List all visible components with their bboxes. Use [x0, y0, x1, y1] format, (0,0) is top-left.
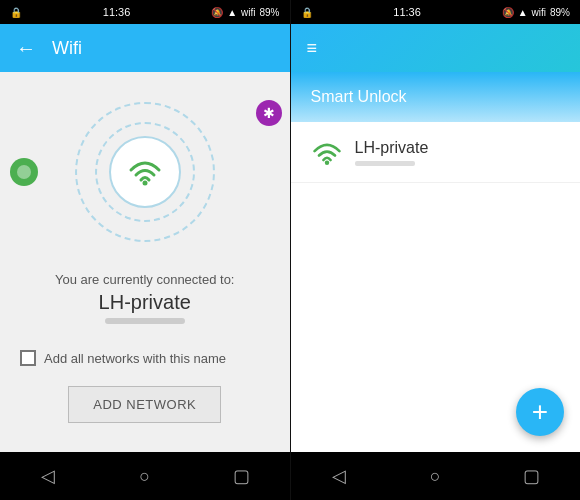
app-title: Wifi	[52, 38, 82, 59]
status-bar-right-left-icons: 🔒	[301, 7, 313, 18]
wifi-illustration: ✱	[0, 82, 290, 262]
signal-icon-right: ▲	[518, 7, 528, 18]
smart-unlock-title: Smart Unlock	[311, 88, 407, 106]
back-nav-right[interactable]: ◁	[309, 465, 369, 487]
fab-button[interactable]: +	[516, 388, 564, 436]
wifi-icon-right: wifi	[532, 7, 546, 18]
time-left: 11:36	[103, 6, 131, 18]
svg-point-1	[324, 160, 328, 164]
network-item[interactable]: LH-private	[291, 122, 581, 183]
status-bar-left: 🔒 11:36 🔕 ▲ wifi 89%	[0, 0, 290, 24]
network-name-left: LH-private	[20, 291, 270, 314]
mute-icon-right: 🔕	[502, 7, 514, 18]
main-content-left: ✱ You are currently connected to: LH-pri…	[0, 72, 290, 452]
back-button[interactable]: ←	[16, 37, 36, 60]
signal-icon: ▲	[227, 7, 237, 18]
wifi-signal-icon	[127, 158, 163, 186]
app-bar-left: ← Wifi	[0, 24, 290, 72]
status-bar-right-icons: 🔕 ▲ wifi 89%	[211, 7, 279, 18]
network-item-detail	[355, 161, 415, 166]
main-content-right: LH-private +	[291, 122, 581, 452]
ring-container	[75, 102, 215, 242]
bottom-nav-right: ◁ ○ ▢	[291, 452, 581, 500]
connected-text: You are currently connected to:	[20, 272, 270, 287]
bluetooth-icon: ✱	[256, 100, 282, 126]
network-wifi-icon	[311, 138, 343, 166]
bottom-nav-left: ◁ ○ ▢	[0, 452, 290, 500]
battery-left: 89%	[259, 7, 279, 18]
recent-nav-right[interactable]: ▢	[502, 465, 562, 487]
lock-icon: 🔒	[10, 7, 22, 18]
network-item-info: LH-private	[355, 139, 429, 166]
status-bar-right: 🔒 11:36 🔕 ▲ wifi 89%	[291, 0, 581, 24]
battery-right: 89%	[550, 7, 570, 18]
app-bar-right: ≡	[291, 24, 581, 72]
mute-icon: 🔕	[211, 7, 223, 18]
info-area: You are currently connected to: LH-priva…	[0, 262, 290, 350]
lock-icon-right: 🔒	[301, 7, 313, 18]
home-nav-left[interactable]: ○	[115, 466, 175, 487]
recent-nav-left[interactable]: ▢	[211, 465, 271, 487]
add-network-button[interactable]: ADD NETWORK	[68, 386, 221, 423]
time-right: 11:36	[393, 6, 421, 18]
home-nav-right[interactable]: ○	[405, 466, 465, 487]
smart-unlock-banner: Smart Unlock	[291, 72, 581, 122]
dot-inner	[17, 165, 31, 179]
status-bar-right-right-icons: 🔕 ▲ wifi 89%	[502, 7, 570, 18]
right-panel: 🔒 11:36 🔕 ▲ wifi 89% ≡ Smart Unlock	[291, 0, 581, 500]
checkbox-row: Add all networks with this name	[0, 350, 290, 366]
add-networks-checkbox[interactable]	[20, 350, 36, 366]
back-nav-left[interactable]: ◁	[18, 465, 78, 487]
wifi-circle	[109, 136, 181, 208]
hamburger-menu[interactable]: ≡	[307, 38, 318, 59]
bluetooth-symbol: ✱	[263, 105, 275, 121]
wifi-dot-icon	[10, 158, 38, 186]
network-detail-bar	[105, 318, 185, 324]
status-bar-left-icons: 🔒	[10, 7, 22, 18]
wifi-icon: wifi	[241, 7, 255, 18]
checkbox-label: Add all networks with this name	[44, 351, 226, 366]
svg-point-0	[142, 181, 147, 186]
left-panel: 🔒 11:36 🔕 ▲ wifi 89% ← Wifi	[0, 0, 290, 500]
network-item-name: LH-private	[355, 139, 429, 157]
